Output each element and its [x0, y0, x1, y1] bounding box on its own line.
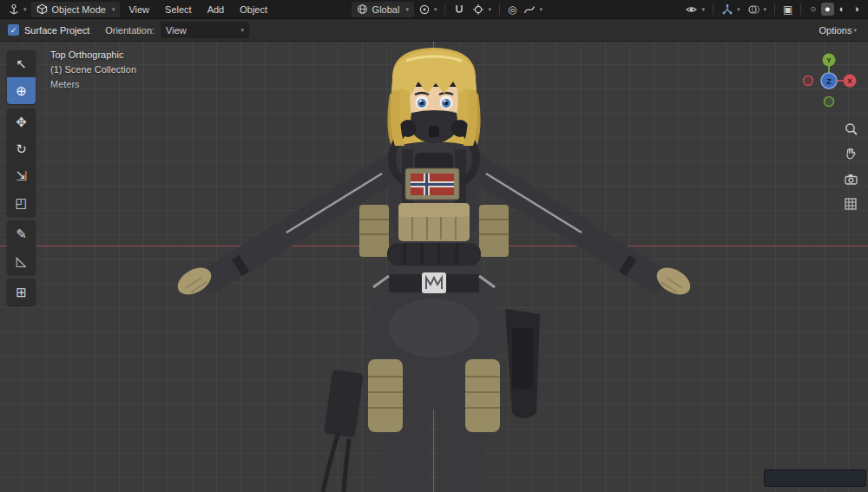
options-label: Options	[819, 25, 852, 36]
unit-system: Meters	[50, 77, 136, 92]
falloff-curve-icon	[523, 3, 536, 16]
camera-view-icon	[844, 173, 858, 186]
tool-scale[interactable]: ⇲	[7, 162, 36, 189]
shading-material-preview-button[interactable]: ◐	[836, 3, 849, 16]
check-icon: ✓	[10, 26, 17, 35]
gizmo-label-z: Z	[826, 77, 832, 86]
partial-popup	[764, 469, 866, 487]
tool-cursor[interactable]: ⊕	[7, 77, 36, 104]
orthographic-grid-icon	[844, 197, 858, 211]
xray-toggle[interactable]: ▣	[780, 3, 795, 16]
tool-group-select: ↖ ⊕	[7, 50, 36, 104]
tool-select-box[interactable]: ↖	[7, 50, 36, 77]
shading-wireframe-button[interactable]: ○	[806, 3, 819, 16]
transform-orientation-dropdown[interactable]: Global	[352, 2, 414, 17]
snap-settings-dropdown[interactable]	[470, 3, 494, 16]
orientation-value: View	[166, 25, 187, 36]
display-options-group: ▣ ○ ● ◐ ◑	[682, 3, 863, 16]
tool-group-add: ⊞	[7, 279, 36, 305]
tool-group-annotate: ✎ ◺	[7, 220, 36, 274]
menu-view[interactable]: View	[122, 2, 156, 17]
snap-toggle[interactable]	[450, 3, 468, 16]
magnet-icon	[453, 3, 465, 16]
overlays-dropdown[interactable]	[745, 3, 770, 16]
active-collection: (1) Scene Collection	[50, 62, 136, 77]
zoom-icon	[844, 121, 858, 136]
pivot-point-dropdown[interactable]	[416, 3, 440, 16]
menu-object[interactable]: Object	[233, 2, 274, 17]
mode-dropdown[interactable]: Object Mode	[31, 2, 121, 17]
tool-add-cube[interactable]: ⊞	[7, 279, 36, 305]
zoom-button[interactable]	[842, 120, 859, 137]
tool-transform[interactable]: ◰	[7, 189, 36, 216]
orthographic-toggle-button[interactable]	[842, 195, 859, 213]
tool-rotate[interactable]: ↻	[7, 135, 36, 162]
object-visibility-dropdown[interactable]	[682, 3, 707, 16]
divider	[774, 3, 775, 15]
gizmo-label-y: Y	[826, 56, 832, 64]
character-model[interactable]	[0, 42, 868, 492]
menu-add[interactable]: Add	[201, 2, 232, 17]
tool-column: ↖ ⊕ ✥ ↻ ⇲ ◰ ✎ ◺ ⊞	[7, 50, 36, 305]
divider	[499, 3, 500, 15]
options-dropdown[interactable]: Options	[816, 23, 860, 37]
gizmos-dropdown[interactable]	[719, 3, 743, 16]
view-name: Top Orthographic	[50, 48, 136, 62]
viewport-overlay-text: Top Orthographic (1) Scene Collection Me…	[50, 48, 136, 92]
object-mode-cube-icon	[36, 3, 48, 15]
pivot-point-icon	[418, 3, 431, 16]
viewport-3d[interactable]: Top Orthographic (1) Scene Collection Me…	[0, 42, 868, 492]
navigation-gizmo[interactable]: Y X Z	[800, 52, 858, 109]
tool-settings-bar: ✓ Surface Project Orientation: View Opti…	[0, 19, 868, 42]
tool-measure[interactable]: ◺	[7, 247, 36, 274]
pan-button[interactable]	[842, 145, 859, 162]
viewport-header: Object Mode View Select Add Object Globa…	[0, 0, 868, 19]
tool-move[interactable]: ✥	[7, 108, 36, 135]
mode-dropdown-label: Object Mode	[52, 4, 106, 15]
proportional-editing-icon: ◎	[508, 4, 516, 15]
xray-toggle-icon: ▣	[783, 4, 792, 15]
orientation-dropdown[interactable]: View	[161, 22, 249, 38]
shading-rendered-button[interactable]: ◑	[850, 3, 863, 16]
globe-icon	[357, 3, 368, 15]
divider	[800, 3, 801, 15]
shading-solid-button[interactable]: ●	[821, 3, 834, 16]
menu-select[interactable]: Select	[158, 2, 199, 17]
gizmo-axis-neg-x[interactable]	[804, 76, 813, 86]
tool-annotate[interactable]: ✎	[7, 220, 36, 247]
tool-group-transform: ✥ ↻ ⇲ ◰	[7, 108, 36, 216]
overlays-icon	[747, 3, 760, 16]
visibility-eye-icon	[685, 3, 698, 16]
divider	[444, 3, 445, 15]
transform-snap-group: Global ◎	[352, 2, 545, 17]
gizmo-axis-neg-y[interactable]	[825, 97, 834, 107]
proportional-falloff-dropdown[interactable]	[521, 3, 545, 16]
surface-project-label: Surface Project	[24, 25, 89, 36]
gizmos-icon	[721, 3, 733, 16]
orientation-label: Orientation:	[105, 25, 155, 36]
snap-target-icon	[472, 3, 484, 16]
proportional-editing-toggle[interactable]: ◎	[505, 3, 519, 16]
nav-buttons	[842, 120, 859, 213]
transform-orientation-label: Global	[372, 4, 400, 15]
camera-view-button[interactable]	[842, 170, 859, 187]
surface-project-checkbox[interactable]: ✓	[8, 24, 19, 36]
pan-hand-icon	[844, 147, 858, 161]
divider	[713, 3, 713, 15]
editor-type-3d-viewport-icon	[8, 3, 20, 16]
editor-type-selector[interactable]	[5, 3, 30, 16]
gizmo-label-x: X	[847, 77, 852, 85]
